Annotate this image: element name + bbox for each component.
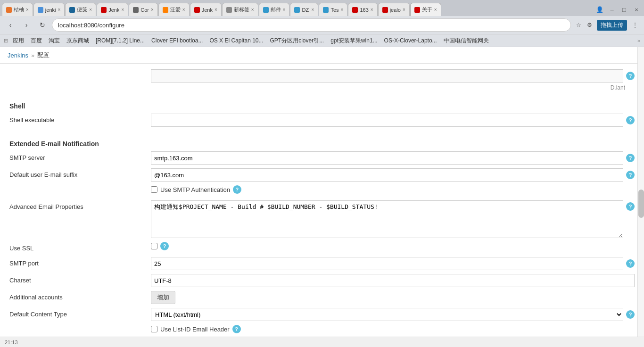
smtp-server-input[interactable] bbox=[151, 151, 623, 165]
bookmark-osx[interactable]: OS X El Capitan 10... bbox=[206, 36, 266, 45]
extensions-icon[interactable]: ⚙ bbox=[585, 20, 594, 30]
status-bar: 21:13 bbox=[0, 337, 644, 347]
scrollbar-thumb[interactable] bbox=[638, 190, 644, 218]
breadcrumb-home-link[interactable]: Jenkins bbox=[8, 52, 28, 59]
bookmark-京东[interactable]: 京东商城 bbox=[64, 36, 92, 46]
bookmark-telecom[interactable]: 中国电信智能网关 bbox=[441, 36, 492, 46]
tab-新标签[interactable]: 新标签 × bbox=[222, 3, 258, 16]
advanced-email-textarea[interactable]: 构建通知$PROJECT_NAME - Build # $BUILD_NUMBE… bbox=[151, 200, 623, 238]
tab-close-4[interactable]: × bbox=[151, 7, 154, 12]
tab-close-8[interactable]: × bbox=[283, 7, 286, 12]
tab-favicon-5 bbox=[163, 7, 168, 13]
add-account-button[interactable]: 增加 bbox=[151, 291, 175, 304]
list-id-label-spacer bbox=[9, 325, 151, 328]
tab-便笺[interactable]: 便笺 × bbox=[65, 3, 96, 16]
content-type-select[interactable]: HTML (text/html) Plain Text (text/plain) bbox=[151, 308, 623, 321]
bookmark-应用[interactable]: 应用 bbox=[10, 36, 27, 46]
charset-input[interactable] bbox=[151, 274, 635, 287]
bookmark-star-icon[interactable]: ☆ bbox=[574, 20, 583, 30]
ssl-checkbox[interactable] bbox=[151, 243, 157, 249]
smtp-port-input[interactable] bbox=[151, 257, 623, 270]
bookmark-clover-efi[interactable]: Clover EFI bootloa... bbox=[149, 36, 206, 45]
tab-close-0[interactable]: × bbox=[26, 7, 29, 12]
address-input[interactable] bbox=[52, 18, 571, 32]
tab-close-1[interactable]: × bbox=[58, 7, 60, 12]
tab-close-7[interactable]: × bbox=[251, 7, 254, 12]
account-icon[interactable]: 👤 bbox=[594, 5, 605, 14]
bookmark-百度[interactable]: 百度 bbox=[28, 36, 45, 46]
list-id-row: Use List-ID Email Header ? bbox=[9, 323, 635, 338]
forward-button[interactable]: › bbox=[20, 18, 33, 32]
tab-jenk-3[interactable]: Jenk × bbox=[97, 3, 128, 16]
tab-泛爱[interactable]: 泛爱 × bbox=[158, 3, 190, 16]
partial-top-input[interactable] bbox=[151, 69, 623, 83]
smtp-auth-help-icon[interactable]: ? bbox=[233, 185, 241, 194]
minimize-button[interactable]: – bbox=[606, 5, 618, 14]
breadcrumb-separator: » bbox=[31, 52, 34, 59]
tab-favicon-13 bbox=[414, 7, 420, 13]
tab-jenk-6[interactable]: Jenk × bbox=[190, 3, 222, 16]
list-id-checkbox[interactable] bbox=[151, 326, 157, 332]
tab-邮件[interactable]: 邮件 × bbox=[259, 3, 290, 16]
bookmark-gpt2[interactable]: gpt安装苹果win1... bbox=[328, 36, 380, 46]
tab-桔柚[interactable]: 桔柚 × bbox=[2, 3, 33, 16]
reload-button[interactable]: ↻ bbox=[36, 18, 49, 32]
tab-close-11[interactable]: × bbox=[371, 7, 373, 12]
tab-favicon-0 bbox=[6, 7, 12, 13]
email-suffix-input[interactable] bbox=[151, 168, 623, 182]
tab-close-3[interactable]: × bbox=[121, 7, 124, 12]
smtp-server-help-icon[interactable]: ? bbox=[626, 154, 635, 162]
bookmark-rom[interactable]: [ROM][7.1.2] Line... bbox=[93, 36, 148, 45]
bookmarks-more[interactable]: » bbox=[637, 38, 640, 43]
email-suffix-help-icon[interactable]: ? bbox=[626, 171, 635, 179]
charset-label: Charset bbox=[9, 274, 151, 284]
tab-close-13[interactable]: × bbox=[434, 7, 437, 12]
tab-close-6[interactable]: × bbox=[215, 7, 217, 12]
partial-top-help-icon[interactable]: ? bbox=[626, 72, 635, 80]
tab-163[interactable]: 163 × bbox=[348, 3, 377, 16]
config-form: ? D.lant Shell Shell executable ? Ext bbox=[0, 64, 644, 347]
additional-accounts-control: 增加 bbox=[151, 291, 635, 304]
tab-label-12: jealo bbox=[390, 7, 401, 13]
tab-close-10[interactable]: × bbox=[341, 7, 344, 12]
additional-accounts-row: Additional accounts 增加 bbox=[9, 289, 635, 306]
shell-help-icon[interactable]: ? bbox=[626, 116, 635, 124]
smtp-port-help-icon[interactable]: ? bbox=[626, 259, 635, 268]
tab-tes[interactable]: Tes × bbox=[319, 3, 347, 16]
list-id-help-icon[interactable]: ? bbox=[232, 325, 241, 333]
tab-favicon-4 bbox=[133, 7, 139, 13]
list-id-checkbox-label[interactable]: Use List-ID Email Header bbox=[151, 326, 230, 333]
tab-dz[interactable]: DZ × bbox=[290, 3, 318, 16]
bookmark-淘宝[interactable]: 淘宝 bbox=[46, 36, 63, 46]
tab-关于[interactable]: 关于 × bbox=[410, 3, 441, 16]
content-type-help-icon[interactable]: ? bbox=[626, 310, 635, 319]
partial-top-value-display: D.lant bbox=[9, 84, 635, 91]
ssl-help-icon[interactable]: ? bbox=[160, 242, 169, 250]
tab-jenki[interactable]: jenki × bbox=[33, 3, 65, 16]
tab-favicon-6 bbox=[194, 7, 200, 13]
shell-section-title: Shell bbox=[9, 99, 635, 112]
tab-cor[interactable]: Cor × bbox=[129, 3, 158, 16]
menu-button[interactable]: ⋮ bbox=[630, 20, 640, 30]
tab-close-2[interactable]: × bbox=[89, 7, 92, 12]
charset-control bbox=[151, 274, 635, 287]
tab-close-5[interactable]: × bbox=[182, 7, 185, 12]
bookmark-gpt[interactable]: GPT分区用clover引... bbox=[267, 36, 327, 46]
scrollbar-track[interactable] bbox=[637, 47, 644, 347]
tab-jealo[interactable]: jealo × bbox=[378, 3, 410, 16]
tab-close-9[interactable]: × bbox=[312, 7, 314, 12]
advanced-email-help-icon[interactable]: ? bbox=[626, 202, 635, 211]
upload-button[interactable]: 拖拽上传 bbox=[597, 20, 627, 31]
tab-close-12[interactable]: × bbox=[403, 7, 405, 12]
email-suffix-control: ? bbox=[151, 168, 635, 182]
bookmark-osx-clover[interactable]: OS-X-Clover-Lapto... bbox=[381, 36, 440, 45]
tab-favicon-1 bbox=[38, 7, 43, 13]
back-button[interactable]: ‹ bbox=[4, 18, 17, 32]
tab-label-0: 桔柚 bbox=[14, 6, 24, 13]
shell-row: Shell executable ? bbox=[9, 112, 635, 129]
smtp-auth-checkbox-label[interactable]: Use SMTP Authentication bbox=[151, 186, 230, 193]
shell-input[interactable] bbox=[151, 114, 623, 127]
close-button[interactable]: × bbox=[631, 5, 642, 14]
smtp-auth-checkbox[interactable] bbox=[151, 186, 157, 193]
maximize-button[interactable]: □ bbox=[619, 5, 630, 14]
